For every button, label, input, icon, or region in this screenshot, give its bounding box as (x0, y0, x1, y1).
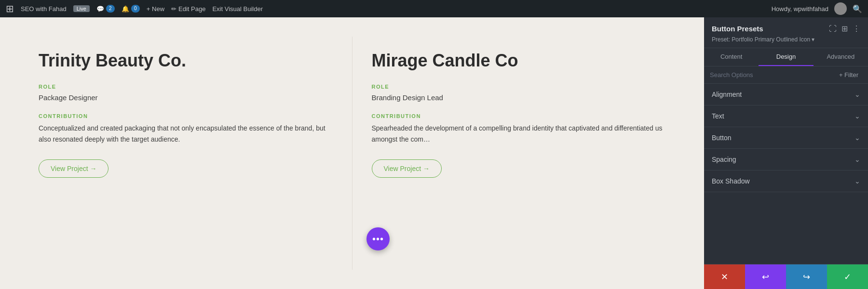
section-text-header[interactable]: Text ⌄ (704, 105, 868, 127)
panel-title: Button Presets (712, 25, 763, 33)
section-spacing-header[interactable]: Spacing ⌄ (704, 149, 868, 170)
section-box-shadow-header[interactable]: Box Shadow ⌄ (704, 171, 868, 192)
panel-body: Alignment ⌄ Text ⌄ Button ⌄ Spacing (704, 84, 868, 264)
panel-header: Button Presets ⛶ ⊞ ⋮ Preset: Portfolio P… (704, 17, 868, 48)
redo-button[interactable]: ↪ (786, 264, 827, 289)
section-box-shadow: Box Shadow ⌄ (704, 171, 868, 192)
new-button[interactable]: + New (147, 5, 164, 13)
expand-icon[interactable]: ⛶ (829, 25, 837, 33)
delete-button[interactable]: ✕ (704, 264, 745, 289)
comment-icon: 💬 (96, 5, 104, 13)
panel-sidebar: Button Presets ⛶ ⊞ ⋮ Preset: Portfolio P… (704, 17, 868, 289)
section-alignment: Alignment ⌄ (704, 84, 868, 105)
tab-advanced[interactable]: Advanced (814, 48, 868, 66)
section-button-label: Button (712, 134, 731, 142)
undo-button[interactable]: ↩ (745, 264, 786, 289)
role-value-mirage: Branding Design Lead (372, 93, 666, 102)
undo-icon: ↩ (762, 272, 769, 282)
notice-icon: 🔔 (122, 5, 129, 13)
notices-link[interactable]: 🔔 0 (122, 5, 140, 13)
section-button-header[interactable]: Button ⌄ (704, 127, 868, 148)
contribution-label-mirage: CONTRIBUTION (372, 113, 666, 119)
section-text-label: Text (712, 112, 724, 120)
section-button: Button ⌄ (704, 127, 868, 149)
alignment-chevron-icon: ⌄ (854, 91, 860, 98)
tab-content[interactable]: Content (704, 48, 759, 66)
cards-area: Trinity Beauty Co. ROLE Package Designer… (0, 17, 704, 289)
delete-icon: ✕ (721, 272, 728, 282)
panel-preset[interactable]: Preset: Portfolio Primary Outlined Icon … (712, 36, 860, 43)
panel-tabs: Content Design Advanced (704, 48, 868, 66)
exit-visual-builder-link[interactable]: Exit Visual Builder (212, 5, 263, 13)
role-label-trinity: ROLE (39, 84, 333, 90)
button-chevron-icon: ⌄ (854, 134, 860, 142)
panel-search-bar: + Filter (704, 66, 868, 84)
contribution-text-mirage: Spearheaded the development of a compell… (372, 123, 666, 145)
section-spacing-label: Spacing (712, 156, 736, 163)
confirm-button[interactable]: ✓ (827, 264, 868, 289)
fab-icon: ••• (372, 234, 384, 245)
contribution-label-trinity: CONTRIBUTION (39, 113, 333, 119)
comment-count: 2 (106, 5, 115, 13)
panel-header-top: Button Presets ⛶ ⊞ ⋮ (712, 24, 860, 33)
section-box-shadow-label: Box Shadow (712, 177, 750, 185)
redo-icon: ↪ (803, 272, 810, 282)
layout-icon[interactable]: ⊞ (841, 24, 848, 33)
panel-actions: ✕ ↩ ↪ ✓ (704, 264, 868, 289)
card-title-mirage: Mirage Candle Co (372, 51, 666, 70)
contribution-text-trinity: Conceptualized and created packaging tha… (39, 123, 333, 145)
howdy-text: Howdy, wpwithfahad (772, 5, 828, 13)
comments-link[interactable]: 💬 2 (96, 5, 115, 13)
more-icon[interactable]: ⋮ (853, 24, 860, 33)
view-project-btn-trinity[interactable]: View Project → (39, 159, 108, 178)
card-title-trinity: Trinity Beauty Co. (39, 51, 333, 70)
view-project-btn-mirage[interactable]: View Project → (372, 159, 442, 178)
site-name[interactable]: SEO with Fahad (21, 5, 67, 13)
role-value-trinity: Package Designer (39, 93, 333, 102)
filter-button[interactable]: + Filter (835, 68, 862, 81)
search-input[interactable] (710, 66, 835, 83)
edit-icon: ✏ (171, 5, 176, 13)
spacing-chevron-icon: ⌄ (854, 156, 860, 163)
wordpress-icon[interactable]: ⊞ (6, 3, 14, 14)
role-label-mirage: ROLE (372, 84, 666, 90)
admin-bar: ⊞ SEO with Fahad Live 💬 2 🔔 0 + New ✏ Ed… (0, 0, 868, 17)
search-icon[interactable]: 🔍 (853, 4, 862, 13)
section-alignment-header[interactable]: Alignment ⌄ (704, 84, 868, 105)
section-spacing: Spacing ⌄ (704, 149, 868, 171)
panel-header-icons: ⛶ ⊞ ⋮ (829, 24, 860, 33)
avatar (834, 2, 847, 15)
section-alignment-label: Alignment (712, 91, 742, 98)
confirm-icon: ✓ (844, 272, 851, 282)
admin-bar-right: Howdy, wpwithfahad 🔍 (772, 2, 862, 15)
edit-page-link[interactable]: ✏ Edit Page (171, 5, 205, 13)
text-chevron-icon: ⌄ (854, 112, 860, 120)
live-badge: Live (73, 5, 90, 12)
notice-count: 0 (131, 5, 140, 13)
fab-button[interactable]: ••• (366, 227, 390, 250)
admin-bar-left: ⊞ SEO with Fahad Live 💬 2 🔔 0 + New ✏ Ed… (6, 3, 263, 14)
card-trinity: Trinity Beauty Co. ROLE Package Designer… (19, 37, 352, 270)
box-shadow-chevron-icon: ⌄ (854, 177, 860, 185)
card-mirage: Mirage Candle Co ROLE Branding Design Le… (353, 37, 685, 270)
section-text: Text ⌄ (704, 105, 868, 127)
main-content: Trinity Beauty Co. ROLE Package Designer… (0, 17, 868, 289)
tab-design[interactable]: Design (759, 48, 813, 66)
